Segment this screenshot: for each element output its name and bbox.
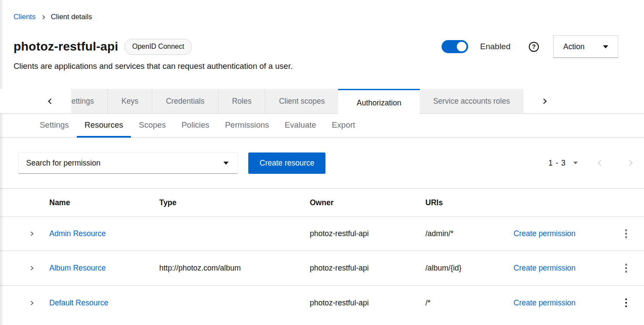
- column-header-uris: URIs: [418, 198, 507, 207]
- resource-name-link[interactable]: Default Resource: [49, 298, 108, 307]
- subtab-settings[interactable]: Settings: [32, 114, 77, 138]
- table-header-row: Name Type Owner URIs: [0, 189, 644, 217]
- pagination-prev-button[interactable]: [598, 160, 604, 166]
- pagination: 1 - 3: [548, 159, 632, 168]
- page-title: photoz-restful-api: [14, 40, 118, 54]
- breadcrumb-clients-link[interactable]: Clients: [14, 13, 35, 21]
- row-expand-icon[interactable]: [28, 266, 34, 270]
- tab-authorization[interactable]: Authorization: [338, 89, 419, 115]
- pagination-next-button[interactable]: [627, 160, 633, 166]
- subtab-scopes[interactable]: Scopes: [131, 114, 174, 138]
- breadcrumb-current: Client details: [51, 13, 92, 21]
- tab-settings[interactable]: Settings: [71, 89, 107, 113]
- protocol-badge: OpenID Connect: [124, 39, 192, 55]
- resource-uris: /*: [418, 298, 507, 308]
- toggle-knob: [457, 42, 466, 51]
- table-row: Default Resource photoz-restful-api /* C…: [0, 286, 644, 320]
- tab-service-accounts-roles[interactable]: Service accounts roles: [420, 89, 524, 113]
- row-expand-icon[interactable]: [28, 301, 34, 305]
- subtab-resources[interactable]: Resources: [77, 114, 131, 138]
- kebab-menu-icon[interactable]: [625, 229, 627, 238]
- subtab-permissions[interactable]: Permissions: [217, 114, 277, 138]
- client-tabs: Settings Keys Credentials Roles Client s…: [0, 89, 644, 114]
- tab-credentials[interactable]: Credentials: [152, 89, 218, 113]
- search-permission-select[interactable]: Search for permission: [18, 152, 238, 174]
- pagination-range: 1 - 3: [548, 159, 566, 168]
- subtab-policies[interactable]: Policies: [174, 114, 217, 138]
- tab-roles[interactable]: Roles: [218, 89, 265, 113]
- subtab-export[interactable]: Export: [324, 114, 363, 138]
- column-header-owner: Owner: [303, 198, 418, 207]
- authorization-subtabs: Settings Resources Scopes Policies Permi…: [0, 114, 644, 138]
- row-expand-icon[interactable]: [28, 232, 34, 236]
- kebab-menu-icon[interactable]: [625, 298, 627, 308]
- resource-type: http://photoz.com/album: [152, 264, 303, 273]
- caret-down-icon: [603, 45, 608, 48]
- chevron-right-icon: [541, 98, 547, 104]
- action-dropdown-label: Action: [563, 42, 585, 51]
- tabs-scroll-right-button[interactable]: [524, 89, 644, 113]
- kebab-menu-icon[interactable]: [625, 264, 627, 273]
- resource-uris: /admin/*: [418, 229, 507, 238]
- resource-name-link[interactable]: Album Resource: [49, 264, 106, 272]
- action-dropdown[interactable]: Action: [553, 35, 618, 58]
- resource-owner: photoz-restful-api: [303, 264, 418, 273]
- enabled-toggle[interactable]: [442, 40, 468, 53]
- tabs-scroll-left-button[interactable]: [0, 89, 71, 113]
- search-permission-placeholder: Search for permission: [26, 159, 100, 168]
- page-header: photoz-restful-api OpenID Connect Enable…: [14, 35, 618, 58]
- caret-down-icon: [223, 162, 229, 165]
- create-permission-link[interactable]: Create permission: [514, 298, 575, 307]
- chevron-left-icon: [48, 98, 54, 104]
- enabled-label: Enabled: [480, 42, 510, 51]
- resource-owner: photoz-restful-api: [303, 229, 418, 238]
- create-permission-link[interactable]: Create permission: [514, 229, 575, 238]
- help-icon[interactable]: ?: [529, 42, 539, 52]
- tab-client-scopes[interactable]: Client scopes: [265, 89, 338, 113]
- page-description: Clients are applications and services th…: [14, 61, 644, 71]
- create-permission-link[interactable]: Create permission: [514, 264, 575, 272]
- resource-owner: photoz-restful-api: [303, 298, 418, 308]
- resource-name-link[interactable]: Admin Resource: [49, 229, 106, 238]
- column-header-type: Type: [152, 198, 303, 207]
- resources-toolbar: Search for permission Create resource 1 …: [0, 138, 644, 188]
- tab-keys[interactable]: Keys: [107, 89, 152, 113]
- resource-uris: /album/{id}: [418, 264, 507, 273]
- column-header-name: Name: [42, 198, 152, 207]
- table-row: Album Resource http://photoz.com/album p…: [0, 251, 644, 286]
- subtab-evaluate[interactable]: Evaluate: [277, 114, 324, 138]
- table-row: Admin Resource photoz-restful-api /admin…: [0, 217, 644, 251]
- pagination-options-caret-icon[interactable]: [573, 162, 578, 164]
- create-resource-button[interactable]: Create resource: [248, 152, 325, 174]
- breadcrumb-separator-icon: [41, 15, 45, 19]
- resources-table: Name Type Owner URIs Admin Resource phot…: [0, 188, 644, 320]
- breadcrumb: Clients Client details: [0, 0, 644, 21]
